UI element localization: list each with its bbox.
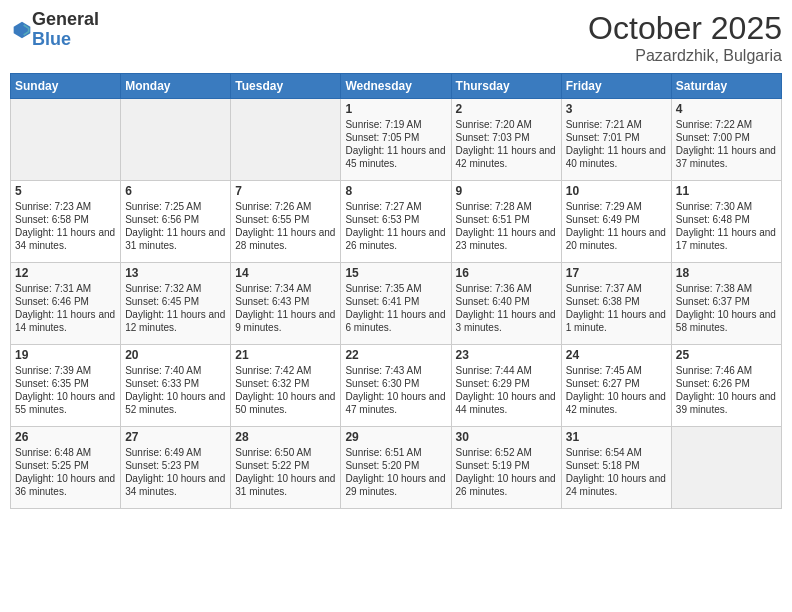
weekday-tuesday: Tuesday: [231, 74, 341, 99]
calendar-week-5: 26Sunrise: 6:48 AM Sunset: 5:25 PM Dayli…: [11, 427, 782, 509]
day-info: Sunrise: 7:34 AM Sunset: 6:43 PM Dayligh…: [235, 282, 336, 334]
day-info: Sunrise: 7:29 AM Sunset: 6:49 PM Dayligh…: [566, 200, 667, 252]
calendar-cell: 22Sunrise: 7:43 AM Sunset: 6:30 PM Dayli…: [341, 345, 451, 427]
calendar-cell: 23Sunrise: 7:44 AM Sunset: 6:29 PM Dayli…: [451, 345, 561, 427]
day-info: Sunrise: 7:45 AM Sunset: 6:27 PM Dayligh…: [566, 364, 667, 416]
day-number: 3: [566, 102, 667, 116]
day-number: 29: [345, 430, 446, 444]
calendar-cell: 19Sunrise: 7:39 AM Sunset: 6:35 PM Dayli…: [11, 345, 121, 427]
day-info: Sunrise: 7:25 AM Sunset: 6:56 PM Dayligh…: [125, 200, 226, 252]
day-number: 21: [235, 348, 336, 362]
calendar-cell: 27Sunrise: 6:49 AM Sunset: 5:23 PM Dayli…: [121, 427, 231, 509]
day-info: Sunrise: 7:22 AM Sunset: 7:00 PM Dayligh…: [676, 118, 777, 170]
calendar-cell: 9Sunrise: 7:28 AM Sunset: 6:51 PM Daylig…: [451, 181, 561, 263]
day-info: Sunrise: 6:49 AM Sunset: 5:23 PM Dayligh…: [125, 446, 226, 498]
header: General Blue October 2025 Pazardzhik, Bu…: [10, 10, 782, 65]
day-number: 14: [235, 266, 336, 280]
calendar-cell: 1Sunrise: 7:19 AM Sunset: 7:05 PM Daylig…: [341, 99, 451, 181]
day-number: 23: [456, 348, 557, 362]
logo-icon: [12, 20, 32, 40]
day-number: 28: [235, 430, 336, 444]
calendar-cell: [671, 427, 781, 509]
day-number: 13: [125, 266, 226, 280]
calendar-cell: 12Sunrise: 7:31 AM Sunset: 6:46 PM Dayli…: [11, 263, 121, 345]
weekday-wednesday: Wednesday: [341, 74, 451, 99]
day-info: Sunrise: 7:21 AM Sunset: 7:01 PM Dayligh…: [566, 118, 667, 170]
day-number: 17: [566, 266, 667, 280]
calendar-cell: 28Sunrise: 6:50 AM Sunset: 5:22 PM Dayli…: [231, 427, 341, 509]
calendar-cell: [121, 99, 231, 181]
calendar-cell: 5Sunrise: 7:23 AM Sunset: 6:58 PM Daylig…: [11, 181, 121, 263]
weekday-row: SundayMondayTuesdayWednesdayThursdayFrid…: [11, 74, 782, 99]
day-number: 9: [456, 184, 557, 198]
calendar-cell: 21Sunrise: 7:42 AM Sunset: 6:32 PM Dayli…: [231, 345, 341, 427]
day-number: 5: [15, 184, 116, 198]
calendar-cell: 16Sunrise: 7:36 AM Sunset: 6:40 PM Dayli…: [451, 263, 561, 345]
day-number: 31: [566, 430, 667, 444]
calendar-cell: 30Sunrise: 6:52 AM Sunset: 5:19 PM Dayli…: [451, 427, 561, 509]
calendar-cell: 14Sunrise: 7:34 AM Sunset: 6:43 PM Dayli…: [231, 263, 341, 345]
calendar-cell: 24Sunrise: 7:45 AM Sunset: 6:27 PM Dayli…: [561, 345, 671, 427]
day-info: Sunrise: 7:39 AM Sunset: 6:35 PM Dayligh…: [15, 364, 116, 416]
day-number: 10: [566, 184, 667, 198]
day-number: 19: [15, 348, 116, 362]
weekday-sunday: Sunday: [11, 74, 121, 99]
weekday-saturday: Saturday: [671, 74, 781, 99]
day-number: 18: [676, 266, 777, 280]
calendar-cell: 26Sunrise: 6:48 AM Sunset: 5:25 PM Dayli…: [11, 427, 121, 509]
day-info: Sunrise: 7:36 AM Sunset: 6:40 PM Dayligh…: [456, 282, 557, 334]
day-info: Sunrise: 7:26 AM Sunset: 6:55 PM Dayligh…: [235, 200, 336, 252]
weekday-friday: Friday: [561, 74, 671, 99]
logo-general: General: [32, 10, 99, 30]
calendar-cell: 25Sunrise: 7:46 AM Sunset: 6:26 PM Dayli…: [671, 345, 781, 427]
day-number: 2: [456, 102, 557, 116]
day-info: Sunrise: 7:44 AM Sunset: 6:29 PM Dayligh…: [456, 364, 557, 416]
day-number: 25: [676, 348, 777, 362]
calendar-header: SundayMondayTuesdayWednesdayThursdayFrid…: [11, 74, 782, 99]
calendar-cell: 11Sunrise: 7:30 AM Sunset: 6:48 PM Dayli…: [671, 181, 781, 263]
calendar-cell: 17Sunrise: 7:37 AM Sunset: 6:38 PM Dayli…: [561, 263, 671, 345]
calendar-cell: 7Sunrise: 7:26 AM Sunset: 6:55 PM Daylig…: [231, 181, 341, 263]
calendar-cell: 18Sunrise: 7:38 AM Sunset: 6:37 PM Dayli…: [671, 263, 781, 345]
calendar-cell: 15Sunrise: 7:35 AM Sunset: 6:41 PM Dayli…: [341, 263, 451, 345]
day-info: Sunrise: 7:31 AM Sunset: 6:46 PM Dayligh…: [15, 282, 116, 334]
calendar-cell: 8Sunrise: 7:27 AM Sunset: 6:53 PM Daylig…: [341, 181, 451, 263]
day-number: 6: [125, 184, 226, 198]
day-info: Sunrise: 6:50 AM Sunset: 5:22 PM Dayligh…: [235, 446, 336, 498]
location: Pazardzhik, Bulgaria: [588, 47, 782, 65]
calendar-cell: 3Sunrise: 7:21 AM Sunset: 7:01 PM Daylig…: [561, 99, 671, 181]
logo: General Blue: [10, 10, 99, 50]
calendar-cell: [11, 99, 121, 181]
calendar-week-3: 12Sunrise: 7:31 AM Sunset: 6:46 PM Dayli…: [11, 263, 782, 345]
calendar-week-4: 19Sunrise: 7:39 AM Sunset: 6:35 PM Dayli…: [11, 345, 782, 427]
day-number: 15: [345, 266, 446, 280]
day-info: Sunrise: 7:37 AM Sunset: 6:38 PM Dayligh…: [566, 282, 667, 334]
weekday-thursday: Thursday: [451, 74, 561, 99]
day-info: Sunrise: 7:32 AM Sunset: 6:45 PM Dayligh…: [125, 282, 226, 334]
day-info: Sunrise: 7:30 AM Sunset: 6:48 PM Dayligh…: [676, 200, 777, 252]
day-info: Sunrise: 6:52 AM Sunset: 5:19 PM Dayligh…: [456, 446, 557, 498]
day-number: 12: [15, 266, 116, 280]
day-info: Sunrise: 7:27 AM Sunset: 6:53 PM Dayligh…: [345, 200, 446, 252]
calendar-cell: 4Sunrise: 7:22 AM Sunset: 7:00 PM Daylig…: [671, 99, 781, 181]
calendar: SundayMondayTuesdayWednesdayThursdayFrid…: [10, 73, 782, 509]
month-title: October 2025: [588, 10, 782, 47]
page: General Blue October 2025 Pazardzhik, Bu…: [0, 0, 792, 612]
day-info: Sunrise: 7:46 AM Sunset: 6:26 PM Dayligh…: [676, 364, 777, 416]
day-info: Sunrise: 7:23 AM Sunset: 6:58 PM Dayligh…: [15, 200, 116, 252]
calendar-cell: 10Sunrise: 7:29 AM Sunset: 6:49 PM Dayli…: [561, 181, 671, 263]
day-number: 24: [566, 348, 667, 362]
day-info: Sunrise: 7:19 AM Sunset: 7:05 PM Dayligh…: [345, 118, 446, 170]
calendar-cell: [231, 99, 341, 181]
calendar-cell: 20Sunrise: 7:40 AM Sunset: 6:33 PM Dayli…: [121, 345, 231, 427]
calendar-cell: 2Sunrise: 7:20 AM Sunset: 7:03 PM Daylig…: [451, 99, 561, 181]
day-number: 7: [235, 184, 336, 198]
day-info: Sunrise: 7:28 AM Sunset: 6:51 PM Dayligh…: [456, 200, 557, 252]
day-number: 11: [676, 184, 777, 198]
calendar-body: 1Sunrise: 7:19 AM Sunset: 7:05 PM Daylig…: [11, 99, 782, 509]
day-info: Sunrise: 7:20 AM Sunset: 7:03 PM Dayligh…: [456, 118, 557, 170]
day-info: Sunrise: 7:42 AM Sunset: 6:32 PM Dayligh…: [235, 364, 336, 416]
day-number: 4: [676, 102, 777, 116]
calendar-cell: 13Sunrise: 7:32 AM Sunset: 6:45 PM Dayli…: [121, 263, 231, 345]
day-number: 26: [15, 430, 116, 444]
